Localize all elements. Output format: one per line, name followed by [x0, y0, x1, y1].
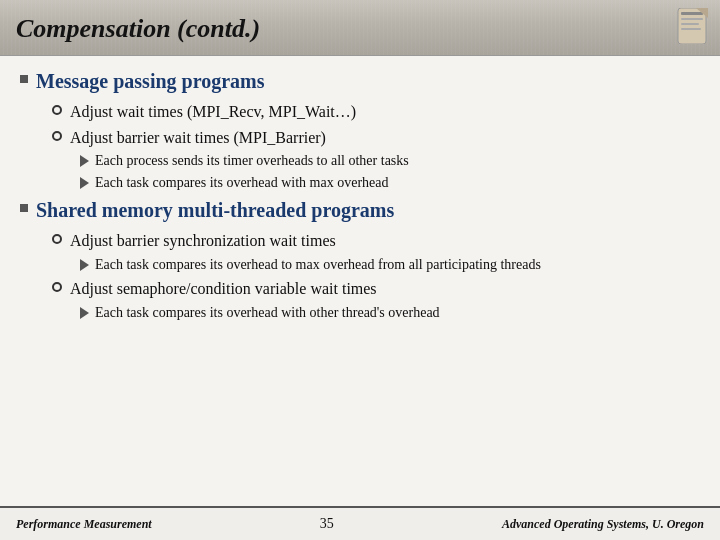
section-1-item-2-subitems: Each process sends its timer overheads t… — [80, 152, 700, 193]
section-2-sub-2: Each task compares its overhead with oth… — [80, 304, 700, 323]
triangle-icon — [80, 259, 89, 271]
section-2-sub-1: Each task compares its overhead to max o… — [80, 256, 700, 275]
section-1-item-2-text: Adjust barrier wait times (MPI_Barrier) — [70, 127, 326, 149]
section-2-heading: Shared memory multi-threaded programs — [36, 199, 394, 222]
slide-header: Compensation (contd.) — [0, 0, 720, 56]
section-1-heading: Message passing programs — [36, 70, 265, 93]
section-2-item-2: Adjust semaphore/condition variable wait… — [52, 278, 700, 300]
section-1-sub-2: Each task compares its overhead with max… — [80, 174, 700, 193]
section-2-item-1-subitems: Each task compares its overhead to max o… — [80, 256, 700, 275]
svg-rect-4 — [681, 28, 701, 30]
footer-left: Performance Measurement — [16, 517, 152, 532]
sub-circle-icon — [52, 131, 62, 141]
section-2-sub-1-text: Each task compares its overhead to max o… — [95, 256, 541, 275]
footer-page-number: 35 — [320, 516, 334, 532]
section-2-item-1-text: Adjust barrier synchronization wait time… — [70, 230, 336, 252]
section-1-item-1-text: Adjust wait times (MPI_Recv, MPI_Wait…) — [70, 101, 356, 123]
section-2-heading-row: Shared memory multi-threaded programs — [20, 199, 700, 222]
section-2-item-2-subitems: Each task compares its overhead with oth… — [80, 304, 700, 323]
slide-title: Compensation (contd.) — [16, 14, 260, 44]
slide-footer: Performance Measurement 35 Advanced Oper… — [0, 506, 720, 540]
section-1-sub-1-text: Each process sends its timer overheads t… — [95, 152, 409, 171]
triangle-icon — [80, 177, 89, 189]
triangle-icon — [80, 155, 89, 167]
section-1-heading-row: Message passing programs — [20, 70, 700, 93]
slide: Compensation (contd.) Message passing pr… — [0, 0, 720, 540]
footer-right: Advanced Operating Systems, U. Oregon — [502, 517, 704, 532]
section-2-bullet — [20, 204, 28, 212]
section-2-items: Adjust barrier synchronization wait time… — [52, 230, 700, 323]
section-1-bullet — [20, 75, 28, 83]
section-1-item-1: Adjust wait times (MPI_Recv, MPI_Wait…) — [52, 101, 700, 123]
svg-rect-3 — [681, 23, 699, 25]
slide-content: Message passing programs Adjust wait tim… — [0, 56, 720, 506]
section-1-item-2: Adjust barrier wait times (MPI_Barrier) — [52, 127, 700, 149]
section-2-item-1: Adjust barrier synchronization wait time… — [52, 230, 700, 252]
sub-circle-icon — [52, 282, 62, 292]
sub-circle-icon — [52, 234, 62, 244]
triangle-icon — [80, 307, 89, 319]
section-2-sub-2-text: Each task compares its overhead with oth… — [95, 304, 440, 323]
svg-rect-1 — [681, 12, 703, 15]
section-1-sub-1: Each process sends its timer overheads t… — [80, 152, 700, 171]
section-1-sub-2-text: Each task compares its overhead with max… — [95, 174, 389, 193]
svg-rect-2 — [681, 18, 703, 20]
sub-circle-icon — [52, 105, 62, 115]
header-icon — [676, 8, 708, 44]
section-1-items: Adjust wait times (MPI_Recv, MPI_Wait…) … — [52, 101, 700, 193]
section-2-item-2-text: Adjust semaphore/condition variable wait… — [70, 278, 377, 300]
